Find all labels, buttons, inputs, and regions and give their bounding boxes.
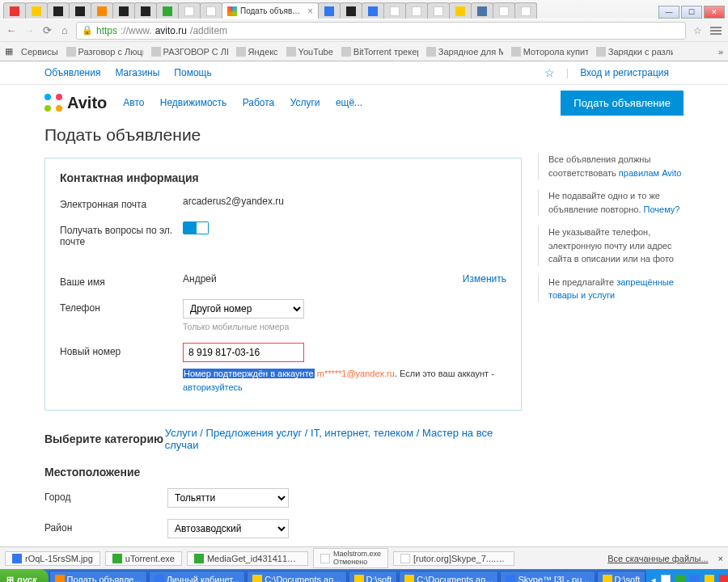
download-item[interactable]: MediaGet_id4314112id....exe (187, 551, 308, 566)
cat-link[interactable]: Услуги (290, 97, 320, 108)
phone-select[interactable]: Другой номер (183, 299, 304, 318)
back-button[interactable]: ← (5, 24, 18, 37)
cat-link[interactable]: Недвижимость (160, 97, 227, 108)
sidebar-hints: Все объявления должны соответствовать пр… (538, 125, 684, 546)
cat-link[interactable]: Авто (123, 97, 144, 108)
top-link[interactable]: Помощь (174, 67, 211, 78)
phone-hint: Только мобильные номера (183, 322, 506, 331)
logo-text: Avito (67, 94, 107, 112)
browser-tab[interactable] (69, 2, 91, 19)
download-item[interactable]: uTorrent.exe (105, 551, 182, 566)
browser-tab[interactable] (514, 2, 537, 19)
bookmarks-overflow-icon[interactable]: » (718, 47, 723, 57)
category-breadcrumbs[interactable]: Услуги / Предложения услуг / IT, интерне… (165, 427, 522, 451)
close-icon[interactable]: × (307, 6, 313, 17)
value-email: arcaderus2@yandex.ru (183, 196, 506, 207)
favorites-icon[interactable]: ☆ (544, 66, 555, 79)
browser-tab[interactable] (3, 2, 26, 19)
city-select[interactable]: Тольятти (167, 488, 289, 508)
new-number-input[interactable] (183, 343, 304, 362)
bookmark-item[interactable]: BitTorrent трекер Ru... (341, 47, 418, 57)
bookmark-item[interactable]: Яндекс (236, 47, 278, 57)
taskbar-item[interactable]: Личный кабинет... (149, 571, 246, 582)
tab-title: Подать объявле... (240, 6, 304, 15)
login-link[interactable]: Вход и регистрация (580, 67, 669, 78)
window-close-button[interactable]: ✕ (704, 6, 725, 19)
browser-tab[interactable] (91, 2, 113, 19)
tray-icon[interactable] (705, 575, 714, 582)
browser-tab-active[interactable]: Подать объявле... × (222, 2, 319, 19)
bookmark-item[interactable]: Моторола купить в С... (511, 47, 588, 57)
cat-link[interactable]: ещё... (336, 97, 362, 108)
browser-tab[interactable] (47, 2, 70, 19)
section-contact-heading: Контактная информация (60, 171, 506, 184)
browser-tab[interactable] (449, 2, 472, 19)
home-button[interactable]: ⌂ (58, 24, 71, 37)
window-maximize-button[interactable]: ☐ (681, 6, 702, 19)
browser-tab[interactable] (340, 2, 362, 19)
rules-link[interactable]: правилам Avito (619, 168, 682, 178)
windows-icon: ⊞ (6, 575, 14, 583)
bookmark-item[interactable]: Разговор с Люцифер... (66, 47, 143, 57)
taskbar-item[interactable]: D:\soft (597, 571, 646, 582)
change-name-link[interactable]: Изменить (463, 273, 506, 285)
bookmark-item[interactable]: YouTube (286, 47, 333, 57)
show-all-downloads-link[interactable]: Все скачанные файлы... (607, 554, 708, 563)
close-downloads-icon[interactable]: × (718, 554, 723, 563)
browser-tab[interactable] (471, 2, 493, 19)
district-select[interactable]: Автозаводский (167, 519, 289, 538)
bookmark-star-icon[interactable]: ☆ (691, 25, 704, 36)
lock-icon: 🔒 (82, 25, 93, 36)
post-ad-button[interactable]: Подать объявление (561, 91, 684, 116)
label-district: Район (44, 519, 167, 534)
browser-tab[interactable] (200, 2, 222, 19)
bookmark-item[interactable]: РАЗГОВОР С ЛЮЦИФ... (151, 47, 228, 57)
section-category-heading: Выберите категорию (44, 432, 165, 445)
url-scheme: https (96, 25, 117, 36)
download-item[interactable]: [rutor.org]Skype_7....torrent (393, 551, 514, 566)
chrome-menu-icon[interactable] (709, 23, 723, 38)
tray-icon[interactable]: ◂ (651, 575, 656, 583)
bookmark-item[interactable]: Зарядки с различны... (596, 47, 673, 57)
top-link[interactable]: Объявления (44, 67, 100, 78)
taskbar-item[interactable]: C:\Documents an... (399, 571, 498, 582)
top-link[interactable]: Магазины (115, 67, 159, 78)
forward-button[interactable]: → (23, 24, 36, 37)
tray-icon[interactable] (675, 575, 685, 582)
browser-tab[interactable] (427, 2, 450, 19)
browser-tab[interactable] (178, 2, 201, 19)
tray-icon[interactable] (690, 575, 700, 582)
tray-icon[interactable] (719, 575, 728, 582)
browser-tab[interactable] (134, 2, 157, 19)
browser-tab[interactable] (112, 2, 135, 19)
tray-icon[interactable] (661, 575, 671, 582)
download-item[interactable]: rOqL-15rsSM.jpg (5, 551, 100, 566)
why-link[interactable]: Почему? (644, 205, 680, 214)
browser-tab[interactable] (318, 2, 341, 19)
taskbar-item[interactable]: Подать объявле... (49, 571, 147, 582)
browser-tab[interactable] (25, 2, 48, 19)
bookmark-item[interactable]: Сервисы (21, 47, 58, 57)
cat-link[interactable]: Работа (243, 97, 275, 108)
label-receive-questions: Получать вопросы по эл. почте (60, 221, 183, 247)
browser-tab[interactable] (156, 2, 179, 19)
contact-box: Контактная информация Электронная почта … (44, 158, 522, 411)
logo[interactable]: Avito (44, 94, 107, 112)
browser-tab[interactable] (362, 2, 384, 19)
window-minimize-button[interactable]: — (658, 6, 679, 19)
url-input[interactable]: 🔒 https://www.avito.ru/additem (76, 22, 686, 40)
taskbar-item[interactable]: Skype™ [3] - pu... (500, 571, 595, 582)
taskbar-item[interactable]: C:\Documents an... (247, 571, 346, 582)
receive-questions-toggle[interactable] (183, 221, 209, 234)
reload-button[interactable]: ⟳ (40, 24, 53, 37)
bookmark-item[interactable]: Зарядное для Мотор... (426, 47, 503, 57)
browser-tab[interactable] (493, 2, 515, 19)
start-button[interactable]: ⊞ пуск (0, 569, 49, 582)
browser-tab[interactable] (405, 2, 428, 19)
browser-tab[interactable] (383, 2, 406, 19)
taskbar-item[interactable]: D:\soft (349, 571, 398, 582)
apps-icon[interactable]: ▦ (5, 46, 13, 57)
authorize-link[interactable]: авторизуйтесь (183, 382, 243, 392)
label-new-number: Новый номер (60, 343, 183, 357)
download-item[interactable]: Maelstrom.exe Отменено (313, 548, 388, 569)
